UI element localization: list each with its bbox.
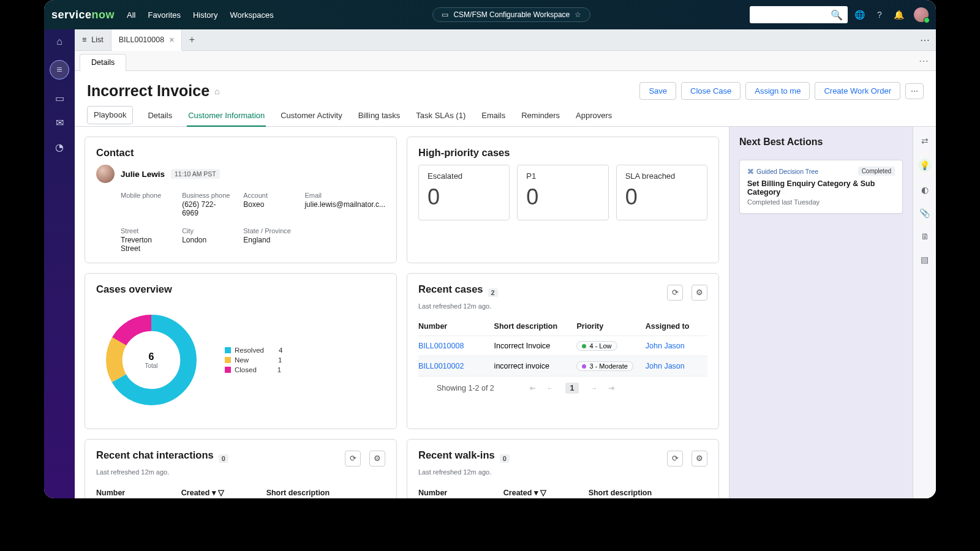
more-actions-button[interactable]: ⋯ (905, 83, 924, 99)
workspace-switcher[interactable]: ▭ CSM/FSM Configurable Workspace ☆ (432, 7, 590, 22)
high-priority-card: High-priority cases Escalated 0 P1 0 SLA… (407, 137, 719, 263)
assign-me-button[interactable]: Assign to me (745, 82, 810, 100)
pager-prev-icon[interactable]: ← (547, 384, 554, 392)
star-icon[interactable]: ☆ (575, 10, 581, 19)
col-assigned[interactable]: Assigned to (646, 322, 707, 331)
col-short-desc[interactable]: Short description (494, 322, 577, 331)
legend-closed-count: 1 (277, 366, 281, 373)
col-created[interactable]: Created ▾ ▽ (503, 488, 589, 497)
walkins-refreshed: Last refreshed 12m ago. (418, 468, 707, 476)
case-desc: Incorrect Invoice (494, 342, 577, 350)
gear-icon[interactable]: ⚙ (369, 451, 385, 467)
chat-count: 0 (219, 454, 228, 463)
col-created[interactable]: Created ▾ ▽ (181, 488, 266, 497)
page-title: Incorrect Invoice (87, 82, 209, 100)
contact-name: Julie Lewis (121, 170, 165, 179)
hp-escalated[interactable]: Escalated 0 (418, 165, 510, 220)
city-value: London (182, 236, 231, 244)
close-case-button[interactable]: Close Case (681, 82, 741, 100)
assignee-link[interactable]: John Jason (646, 362, 707, 370)
col-priority[interactable]: Priority (576, 322, 645, 331)
template-icon[interactable]: ▤ (919, 254, 930, 265)
next-best-actions-panel: Next Best Actions ⌘Guided Decision Tree … (729, 127, 913, 498)
col-short-desc[interactable]: Short description (589, 489, 707, 497)
document-icon[interactable]: 🗎 (919, 231, 930, 242)
email-value: julie.lewis@mailnator.c... (304, 200, 385, 209)
rt-reminders[interactable]: Reminders (520, 106, 561, 126)
list-icon[interactable]: ≡ (50, 60, 69, 80)
create-work-order-button[interactable]: Create Work Order (815, 82, 900, 100)
gear-icon[interactable]: ⚙ (692, 285, 707, 301)
assignee-link[interactable]: John Jason (646, 342, 707, 350)
sub-tabs: Details ⋯ (75, 51, 936, 71)
subtab-overflow[interactable]: ⋯ (911, 55, 936, 70)
nav-history[interactable]: History (193, 10, 217, 20)
nav-favorites[interactable]: Favorites (148, 10, 181, 20)
hp-sla-value: 0 (625, 184, 698, 210)
refresh-icon[interactable]: ⟳ (667, 285, 683, 301)
list-icon: ≡ (82, 36, 86, 44)
close-icon[interactable]: × (169, 35, 174, 45)
donut-total: 6 (149, 351, 154, 362)
nba-card[interactable]: ⌘Guided Decision Tree Completed Set Bill… (739, 160, 903, 214)
rt-approvers[interactable]: Approvers (575, 106, 613, 126)
case-number-link[interactable]: BILL0010002 (418, 362, 494, 370)
hp-sla[interactable]: SLA breached 0 (616, 165, 707, 220)
save-button[interactable]: Save (639, 82, 676, 100)
new-tab-button[interactable]: + (182, 29, 202, 50)
card-icon[interactable]: ▭ (53, 92, 66, 104)
rt-customer-info[interactable]: Customer Information (187, 106, 266, 127)
analytics-icon[interactable]: ◔ (53, 141, 66, 153)
rt-emails[interactable]: Emails (480, 106, 507, 126)
recent-cases-count: 2 (488, 288, 498, 297)
hp-p1[interactable]: P1 0 (517, 165, 608, 220)
tab-list[interactable]: ≡List (75, 29, 111, 50)
bell-icon[interactable]: 🔔 (894, 10, 904, 20)
contact-local-time: 11:10 AM PST (171, 169, 220, 179)
left-rail: ⌂ ≡ ▭ ✉ ◔ (44, 29, 75, 498)
rt-customer-activity[interactable]: Customer Activity (279, 106, 343, 126)
user-avatar[interactable] (914, 7, 929, 22)
filter-icon[interactable]: ▽ (540, 489, 546, 497)
home-icon[interactable]: ⌂ (53, 36, 66, 48)
legend-new-label: New (235, 356, 249, 364)
rt-billing-tasks[interactable]: Billing tasks (357, 106, 402, 126)
tag-icon[interactable]: ⌂ (214, 86, 219, 96)
refresh-icon[interactable]: ⟳ (345, 451, 361, 467)
attachment-icon[interactable]: 📎 (919, 208, 930, 219)
col-number[interactable]: Number (418, 322, 494, 331)
overview-heading: Cases overview (96, 283, 385, 295)
gear-icon[interactable]: ⚙ (692, 451, 707, 467)
help-icon[interactable]: ? (875, 10, 884, 20)
col-short-desc[interactable]: Short description (266, 489, 385, 497)
nav-all[interactable]: All (127, 10, 135, 20)
agent-assist-icon[interactable]: ◐ (919, 184, 930, 195)
inbox-icon[interactable]: ✉ (53, 116, 66, 129)
rt-details[interactable]: Details (146, 106, 173, 126)
pager-next-icon[interactable]: → (590, 384, 597, 392)
chat-refreshed: Last refreshed 12m ago. (96, 468, 385, 476)
contact-avatar (96, 165, 115, 183)
nav-workspaces[interactable]: Workspaces (230, 10, 273, 20)
mobile-label: Mobile phone (121, 192, 170, 199)
refresh-icon[interactable]: ⟳ (667, 451, 683, 467)
col-number[interactable]: Number (96, 489, 181, 497)
subtab-details[interactable]: Details (80, 54, 126, 71)
case-number-link[interactable]: BILL0010008 (418, 342, 494, 350)
rt-task-slas[interactable]: Task SLAs (1) (415, 106, 467, 126)
hp-p1-label: P1 (526, 171, 599, 181)
global-search[interactable]: 🔍 (750, 6, 848, 23)
rt-playbook[interactable]: Playbook (87, 106, 133, 124)
pager-showing: Showing 1-2 of 2 (418, 384, 519, 392)
lightbulb-icon[interactable]: 💡 (918, 159, 932, 172)
panel-toggle-icon[interactable]: ⇄ (919, 135, 930, 146)
recent-cases-heading: Recent cases (418, 283, 483, 295)
col-number[interactable]: Number (418, 489, 503, 497)
globe-icon[interactable]: 🌐 (855, 10, 865, 20)
filter-icon[interactable]: ▽ (218, 489, 224, 497)
pager-last-icon[interactable]: ⇥ (608, 384, 614, 392)
nba-tag: ⌘Guided Decision Tree (747, 168, 818, 175)
tab-record[interactable]: BILL0010008× (111, 29, 183, 51)
tab-overflow-button[interactable]: ⋯ (914, 29, 936, 50)
pager-first-icon[interactable]: ⇤ (530, 384, 536, 392)
